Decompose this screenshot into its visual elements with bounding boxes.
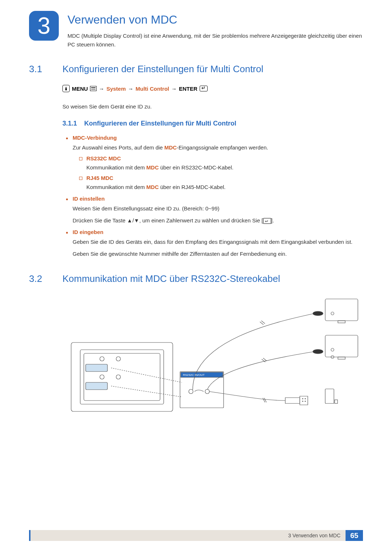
svg-rect-26	[325, 335, 358, 357]
chapter-intro: MDC (Multiple Display Control) ist eine …	[68, 32, 363, 49]
subbullet-title: RS232C MDC	[86, 155, 363, 161]
section-intro-text: So weisen Sie dem Gerät eine ID zu.	[62, 102, 363, 111]
bullet-title: MDC-Verbindung	[73, 135, 363, 141]
remote-icon	[62, 85, 70, 92]
section-title: Konfigurieren der Einstellungen für Mult…	[62, 63, 264, 75]
bullet-text: Geben Sie die gewünschte Nummer mithilfe…	[73, 249, 363, 259]
svg-rect-27	[338, 357, 345, 359]
svg-rect-21	[325, 299, 358, 321]
svg-rect-0	[71, 342, 173, 411]
svg-point-15	[302, 401, 303, 402]
svg-rect-1	[80, 350, 164, 404]
subsection-3-1-1: 3.1.1 Konfigurieren der Einstellungen fü…	[62, 120, 363, 127]
section-title: Kommunikation mit MDC über RS232C-Stereo…	[62, 273, 280, 284]
svg-point-4	[116, 357, 121, 361]
subbullet-rj45: RJ45 MDC Kommunikation mit dem MDC über …	[79, 175, 363, 192]
svg-rect-17	[325, 389, 334, 403]
svg-point-19	[313, 311, 323, 316]
arrow-icon: →	[99, 86, 104, 92]
chapter-title: Verwenden von MDC	[68, 13, 363, 26]
bullet-text: Weisen Sie dem Einstellungssatz eine ID …	[73, 204, 363, 213]
bullet-text: Geben Sie die ID des Geräts ein, dass fü…	[73, 237, 363, 247]
page-number: 65	[346, 530, 363, 541]
section-number: 3.1	[29, 63, 62, 75]
menu-label: MENU	[72, 86, 88, 92]
subbullet-title: RJ45 MDC	[86, 175, 363, 181]
menu-navigation-path: MENU → System → Multi Control → ENTER	[62, 85, 363, 92]
subbullet-text: Kommunikation mit dem MDC über ein RJ45-…	[86, 182, 363, 192]
subbullet-rs232c: RS232C MDC Kommunikation mit dem MDC übe…	[79, 155, 363, 172]
port-label: RS232C IN/OUT	[183, 373, 205, 377]
svg-point-13	[302, 398, 303, 399]
bullet-text: Zur Auswahl eines Ports, auf dem die MDC…	[73, 143, 363, 152]
menu-icon	[90, 86, 97, 91]
svg-point-24	[331, 348, 334, 351]
arrow-icon: →	[171, 86, 177, 92]
svg-point-12	[205, 389, 209, 394]
page-footer: 3 Verwenden von MDC 65	[29, 530, 363, 541]
bullet-title: ID eingeben	[73, 229, 363, 235]
subsection-number: 3.1.1	[62, 120, 84, 127]
connection-diagram: RS232C IN/OUT	[62, 295, 363, 433]
bullet-title: ID einstellen	[73, 196, 363, 202]
svg-rect-8	[86, 382, 107, 390]
section-number: 3.2	[29, 273, 62, 284]
svg-point-5	[100, 375, 104, 379]
bullet-id-set: ID einstellen Weisen Sie dem Einstellung…	[66, 196, 363, 225]
bullet-text: Drücken Sie die Taste ▲/▼, um einen Zahl…	[73, 216, 363, 225]
enter-icon	[263, 218, 271, 224]
chapter-header: 3 Verwenden von MDC MDC (Multiple Displa…	[29, 11, 363, 49]
section-3-2: 3.2 Kommunikation mit MDC über RS232C-St…	[29, 273, 363, 433]
svg-rect-18	[335, 400, 338, 403]
arrow-icon: →	[128, 86, 134, 92]
svg-point-11	[189, 389, 193, 394]
footer-text: 3 Verwenden von MDC	[288, 533, 340, 538]
svg-rect-7	[86, 364, 107, 372]
path-multi-control: Multi Control	[136, 86, 169, 92]
bullet-mdc-connection: MDC-Verbindung Zur Auswahl eines Ports, …	[66, 135, 363, 192]
enter-label: ENTER	[179, 86, 197, 92]
svg-rect-22	[338, 321, 345, 323]
svg-point-16	[305, 401, 306, 402]
section-3-1: 3.1 Konfigurieren der Einstellungen für …	[29, 63, 363, 259]
enter-icon	[200, 86, 208, 91]
subbullet-text: Kommunikation mit dem MDC über ein RS232…	[86, 163, 363, 172]
svg-point-23	[313, 349, 323, 354]
svg-rect-2	[84, 353, 160, 401]
svg-point-6	[116, 375, 121, 379]
path-system: System	[106, 86, 126, 92]
svg-point-20	[331, 312, 334, 315]
svg-point-14	[305, 398, 306, 399]
svg-point-3	[100, 357, 104, 361]
chapter-number-badge: 3	[29, 11, 59, 41]
bullet-id-enter: ID eingeben Geben Sie die ID des Geräts …	[66, 229, 363, 259]
subsection-title: Konfigurieren der Einstellungen für Mult…	[84, 120, 236, 127]
